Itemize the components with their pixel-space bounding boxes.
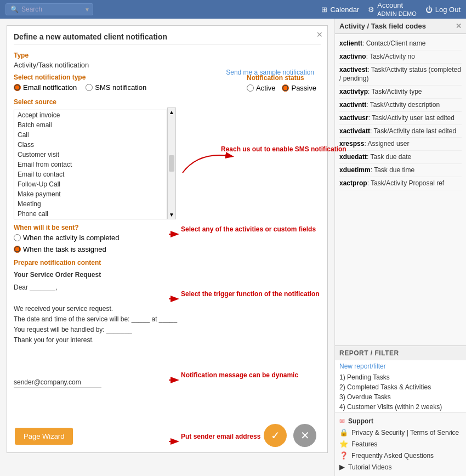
code-key: xactivusr [339,114,368,122]
report-item[interactable]: 4) Customer Visits (within 2 weeks) [335,402,466,412]
scroll-up-icon[interactable]: ▲ [169,109,174,115]
grid-icon: ⊞ [321,5,327,14]
cancel-button[interactable]: ✕ [293,424,316,447]
search-icon: 🔍 [10,5,19,13]
sms-radio-input[interactable] [86,84,93,91]
code-key: xactivno [339,53,366,60]
status-passive-radio[interactable]: Passive [282,84,316,92]
code-key: xactivest [339,66,367,73]
select-source-label: Select source [14,98,321,106]
field-codes-list: xclientt: Contact/Client namexactivno: T… [335,34,466,345]
field-code-item: xactivdatt: Task/Activity date last edit… [339,125,462,138]
support-item[interactable]: ▶Tutorial Videos [339,461,462,473]
source-item[interactable]: Email from contact [14,160,167,169]
source-item[interactable]: Receive payment [14,219,167,219]
code-desc: : Task/Activity Proposal ref [367,179,445,187]
report-list: 1) Pending Tasks2) Completed Tasks & Act… [335,372,466,412]
assigned-radio-input[interactable] [14,246,21,253]
source-item[interactable]: Email to contact [14,169,167,179]
code-desc: : Task due date [367,153,411,161]
dynamic-annotation-text: Notification message can be dynamic [181,371,298,379]
dynamic-arrow-container: Notification message can be dynamic [169,375,180,387]
trigger-annotation-text: Select the trigger function of the notif… [181,290,320,298]
email-radio-input[interactable] [14,84,21,91]
email-notif-label: Email notification [23,83,77,92]
search-box[interactable]: 🔍 ▼ [5,3,93,15]
support-items-list: 🔒Privacy & Security | Terms of Service⭐F… [339,427,462,473]
report-item[interactable]: 2) Completed Tasks & Activities [335,382,466,392]
source-item[interactable]: Customer visit [14,150,167,160]
support-item-label: Features [351,440,377,448]
field-code-item: xduedatt: Task due date [339,151,462,164]
source-item[interactable]: Accept invoice [14,110,167,120]
source-item[interactable]: Batch email [14,120,167,130]
completed-radio-input[interactable] [14,234,21,241]
account-nav-item[interactable]: ⚙ Account ADMIN DEMO [368,1,417,18]
status-row: Active Passive [247,84,316,92]
passive-radio-input[interactable] [282,84,289,92]
close-button[interactable]: ✕ [316,30,323,39]
source-item[interactable]: Meeting [14,199,167,209]
account-label: Account [377,1,403,9]
code-key: xduedatt [339,153,367,161]
sms-notif-radio[interactable]: SMS notification [86,83,146,92]
support-item-icon: 🔒 [339,428,348,437]
source-item[interactable]: Follow-Up Call [14,179,167,189]
search-dropdown-icon[interactable]: ▼ [84,7,90,13]
support-section: ✉ Support 🔒Privacy & Security | Terms of… [335,412,466,476]
support-item[interactable]: ⭐Features [339,438,462,450]
field-codes-close-icon[interactable]: ✕ [456,22,462,30]
status-passive-label: Passive [291,84,316,92]
trigger-arrow-container: Select the trigger function of the notif… [169,293,180,306]
source-item[interactable]: Phone call [14,209,167,219]
code-key: xduetimm [339,166,371,174]
field-codes-header: Activity / Task field codes ✕ [335,19,466,34]
when-assigned-radio[interactable]: When the task is assigned [14,245,321,253]
code-desc: : Task/Activity user last edited [368,114,454,122]
support-item[interactable]: 🔒Privacy & Security | Terms of Service [339,427,462,438]
power-icon: ⏻ [425,5,433,14]
support-item-icon: ❓ [339,451,348,460]
source-item[interactable]: Class [14,140,167,150]
content-section: Prepare notification content Your Servic… [14,259,321,345]
support-item-icon: ⭐ [339,440,348,448]
fields-annotation-text: Select any of the activities or custom f… [181,225,316,233]
logout-label: Log Out [435,5,461,14]
dialog-title: Define a new automated client notificati… [14,32,321,45]
page-wizard-button[interactable]: Page Wizard [15,428,73,445]
source-list-container: Accept invoiceBatch emailCallClassCustom… [14,107,321,219]
new-report-link[interactable]: New report/filter [335,360,466,372]
sender-email[interactable]: sender@company.com [14,378,101,388]
code-key: xactivtyp [339,88,368,95]
email-notif-radio[interactable]: Email notification [14,83,77,92]
source-item[interactable]: Call [14,130,167,140]
calendar-nav-item[interactable]: ⊞ Calendar [321,5,359,14]
nav-right: ⊞ Calendar ⚙ Account ADMIN DEMO ⏻ Log Ou… [321,1,461,18]
notif-status-label: Notification status [247,74,316,82]
search-input[interactable] [21,5,82,13]
email-icon: ✉ [339,417,345,425]
source-item[interactable]: Make payment [14,189,167,199]
confirm-button[interactable]: ✓ [264,424,287,447]
bottom-buttons: ✓ ✕ [264,424,316,447]
report-item[interactable]: 3) Overdue Tasks [335,392,466,402]
when-completed-radio[interactable]: When the activity is completed [14,234,321,242]
code-desc: : Contact/Client name [362,39,425,47]
code-desc: : Task/Activity type [368,88,422,95]
source-listbox[interactable]: Accept invoiceBatch emailCallClassCustom… [14,110,167,219]
support-item[interactable]: ❓Frequently Asked Questions [339,450,462,461]
status-active-radio[interactable]: Active [247,84,275,92]
support-item-label: Privacy & Security | Terms of Service [351,429,459,437]
main-layout: Define a new automated client notificati… [0,19,466,476]
logout-nav-item[interactable]: ⏻ Log Out [425,5,461,14]
support-label: Support [348,417,373,425]
code-desc: : Task/Activity description [366,101,440,109]
top-nav: 🔍 ▼ ⊞ Calendar ⚙ Account ADMIN DEMO ⏻ Lo… [0,0,466,19]
trigger-arrow-svg [169,293,180,304]
report-item[interactable]: 1) Pending Tasks [335,372,466,382]
scroll-down-icon[interactable]: ▼ [169,212,174,218]
field-code-item: xrespss: Assigned user [339,138,462,151]
prepare-label: Prepare notification content [14,259,321,267]
active-radio-input[interactable] [247,84,254,92]
scrollbar[interactable]: ▲ ▼ [167,107,176,219]
